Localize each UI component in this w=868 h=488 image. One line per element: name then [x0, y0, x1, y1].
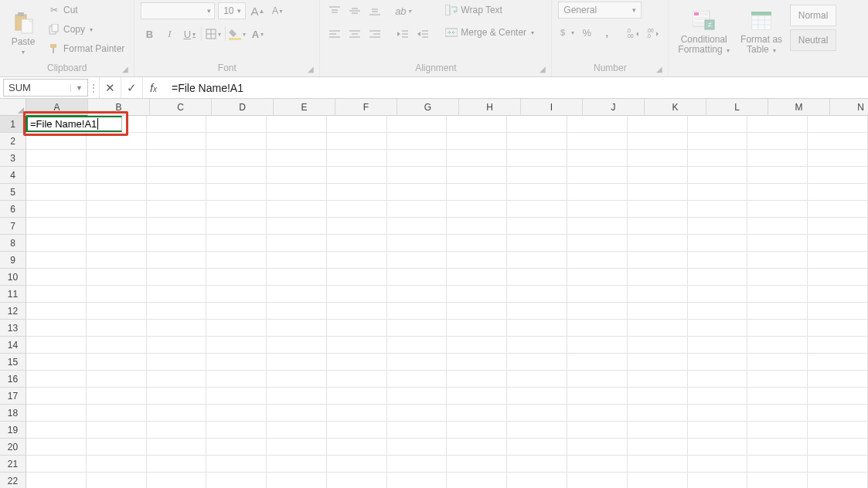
cell[interactable] [206, 252, 267, 269]
cell[interactable] [267, 218, 327, 235]
cell[interactable] [26, 218, 87, 235]
cell[interactable] [206, 269, 267, 286]
cell[interactable] [327, 252, 387, 269]
cell[interactable] [447, 473, 507, 488]
cell[interactable] [387, 405, 448, 422]
cell[interactable] [206, 388, 267, 405]
cell[interactable] [447, 303, 507, 320]
cell[interactable] [447, 286, 507, 303]
cell[interactable] [87, 184, 147, 201]
column-header[interactable]: N [830, 99, 868, 116]
cell[interactable] [688, 422, 748, 439]
cell[interactable] [747, 286, 808, 303]
cell[interactable] [267, 269, 327, 286]
cell[interactable] [507, 133, 567, 150]
row-header[interactable]: 14 [0, 337, 26, 354]
cell[interactable] [87, 388, 147, 405]
paste-button[interactable]: Paste ▾ [6, 2, 40, 57]
align-right-button[interactable] [366, 25, 383, 42]
cell[interactable] [26, 405, 87, 422]
cell[interactable] [507, 201, 567, 218]
cell[interactable] [387, 252, 448, 269]
cell[interactable] [26, 439, 87, 456]
cell[interactable] [147, 150, 207, 167]
cell[interactable] [147, 456, 207, 473]
cell[interactable] [387, 422, 448, 439]
cell[interactable] [147, 133, 207, 150]
cell[interactable] [808, 252, 868, 269]
row-header[interactable]: 2 [0, 133, 26, 150]
cell[interactable] [808, 235, 868, 252]
cell[interactable] [206, 354, 267, 371]
row-header[interactable]: 6 [0, 201, 26, 218]
cell[interactable] [87, 286, 147, 303]
cell[interactable] [447, 150, 507, 167]
cell[interactable] [87, 422, 147, 439]
cell[interactable] [387, 286, 448, 303]
cell[interactable] [147, 337, 207, 354]
cell[interactable] [628, 422, 688, 439]
cell[interactable] [327, 439, 387, 456]
cell[interactable] [206, 201, 267, 218]
cell[interactable] [387, 150, 448, 167]
cell[interactable] [808, 371, 868, 388]
cell[interactable] [628, 320, 688, 337]
cell[interactable] [206, 320, 267, 337]
cell[interactable] [327, 303, 387, 320]
italic-button[interactable]: I [161, 25, 178, 42]
cell[interactable] [26, 388, 87, 405]
cell[interactable] [87, 337, 147, 354]
cell[interactable] [327, 218, 387, 235]
cell[interactable] [747, 456, 808, 473]
cell[interactable] [747, 133, 808, 150]
cell[interactable] [567, 218, 628, 235]
cell[interactable] [387, 456, 448, 473]
cell[interactable] [26, 133, 87, 150]
cell[interactable] [26, 269, 87, 286]
cell[interactable] [628, 116, 688, 133]
cell[interactable] [267, 439, 327, 456]
cell[interactable] [387, 473, 448, 488]
cell[interactable] [147, 422, 207, 439]
cell[interactable] [26, 371, 87, 388]
cell[interactable] [26, 456, 87, 473]
cell[interactable] [808, 303, 868, 320]
row-header[interactable]: 16 [0, 371, 26, 388]
cell[interactable] [87, 150, 147, 167]
cell[interactable] [327, 201, 387, 218]
cell[interactable] [447, 337, 507, 354]
cell[interactable] [688, 303, 748, 320]
cell[interactable] [507, 116, 567, 133]
row-header[interactable]: 10 [0, 269, 26, 286]
cell[interactable] [628, 439, 688, 456]
cell[interactable] [267, 303, 327, 320]
cell[interactable] [387, 116, 448, 133]
column-header[interactable]: J [583, 99, 645, 116]
cell[interactable] [688, 269, 748, 286]
cell[interactable] [147, 252, 207, 269]
column-header[interactable]: I [521, 99, 583, 116]
row-header[interactable]: 12 [0, 303, 26, 320]
cell[interactable] [507, 456, 567, 473]
cell[interactable] [327, 167, 387, 184]
cell[interactable] [507, 371, 567, 388]
cell[interactable] [808, 150, 868, 167]
cell[interactable] [507, 286, 567, 303]
cell[interactable] [747, 473, 808, 488]
cell[interactable] [206, 133, 267, 150]
cell[interactable] [26, 150, 87, 167]
cell[interactable] [206, 371, 267, 388]
cell[interactable] [808, 133, 868, 150]
cell[interactable] [26, 235, 87, 252]
cell[interactable] [808, 184, 868, 201]
cell[interactable] [688, 371, 748, 388]
cell[interactable] [26, 184, 87, 201]
cell[interactable] [688, 133, 748, 150]
cell[interactable] [327, 116, 387, 133]
cell[interactable] [628, 218, 688, 235]
cell[interactable] [327, 337, 387, 354]
cell[interactable] [327, 371, 387, 388]
cell[interactable] [206, 439, 267, 456]
column-header[interactable]: D [212, 99, 274, 116]
cell[interactable] [688, 354, 748, 371]
